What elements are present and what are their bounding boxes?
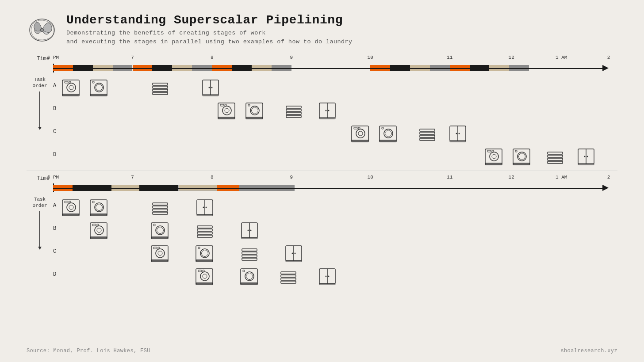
- task-row-label-A-bot: A: [53, 202, 61, 209]
- fold-B1-top: [284, 101, 304, 121]
- tick-7: 7: [131, 55, 134, 60]
- task-row-label-B-top: B: [53, 106, 61, 112]
- fold-C1-top: [417, 124, 437, 144]
- task-order-label-top: TaskOrder: [32, 76, 47, 89]
- dryer-A1-top: [89, 78, 109, 98]
- tick-12: 12: [509, 55, 514, 60]
- svg-point-22: [222, 106, 231, 115]
- fold-A1-top: [150, 78, 170, 98]
- tick-b-10: 10: [368, 175, 373, 180]
- svg-rect-146: [281, 275, 296, 277]
- task-order-label-bottom: TaskOrder: [32, 196, 47, 209]
- svg-rect-12: [153, 83, 168, 85]
- svg-point-99: [97, 228, 101, 232]
- svg-point-3: [67, 83, 76, 92]
- svg-point-118: [158, 251, 162, 255]
- svg-rect-82: [69, 201, 71, 203]
- tick-10: 10: [368, 55, 373, 60]
- svg-rect-71: [548, 158, 563, 160]
- svg-rect-107: [197, 226, 212, 228]
- svg-point-57: [459, 133, 460, 134]
- footer-source: Source: Monad, Prof. Lois Hawkes, FSU: [27, 348, 150, 354]
- svg-rect-143: [243, 270, 245, 272]
- header-text: Understanding Superscalar Pipelining Dem…: [66, 13, 352, 47]
- dryer-B1-top: [245, 101, 265, 121]
- svg-rect-29: [248, 104, 250, 106]
- washer-A1-top: [61, 78, 81, 98]
- closet-B-bot: [239, 221, 260, 241]
- svg-point-133: [295, 252, 296, 254]
- svg-rect-50: [420, 129, 435, 131]
- task-icons-A-bot: [61, 194, 617, 217]
- svg-rect-72: [548, 161, 563, 164]
- svg-rect-100: [92, 224, 96, 226]
- svg-rect-147: [281, 278, 296, 280]
- svg-rect-15: [153, 92, 168, 95]
- tick-2: 2: [607, 55, 610, 60]
- fold-A-bot: [150, 198, 170, 218]
- svg-rect-27: [246, 103, 263, 118]
- svg-rect-91: [153, 212, 168, 214]
- fold-C-bot: [239, 244, 260, 264]
- closet-D-bot: [317, 267, 337, 287]
- task-row-label-D-bot: D: [53, 271, 61, 278]
- shell-logo-icon: [27, 13, 58, 44]
- svg-rect-108: [197, 229, 212, 231]
- closet-C-bot: [284, 244, 304, 264]
- task-icons-A-top: [61, 74, 617, 97]
- svg-point-117: [156, 249, 165, 258]
- svg-rect-139: [203, 270, 204, 272]
- svg-rect-13: [153, 86, 168, 88]
- svg-rect-51: [420, 132, 435, 134]
- svg-point-80: [69, 205, 73, 210]
- svg-point-137: [203, 274, 207, 278]
- task-icons-C-top: [61, 120, 617, 143]
- task-section-bottom: TaskOrder A: [27, 194, 617, 286]
- svg-rect-138: [198, 270, 202, 272]
- fold-D1-top: [545, 147, 565, 167]
- svg-point-152: [328, 275, 329, 277]
- svg-point-136: [200, 272, 209, 281]
- svg-point-98: [95, 226, 104, 235]
- svg-point-18: [208, 87, 210, 88]
- task-row-label-C-top: C: [53, 129, 61, 135]
- svg-rect-86: [92, 201, 94, 203]
- task-icons-C-bot: [61, 240, 617, 263]
- section-divider: [27, 171, 617, 171]
- svg-rect-44: [358, 127, 360, 129]
- dryer-A-bot: [89, 198, 109, 218]
- tick-6pm: 6 PM: [47, 55, 59, 60]
- tasks-grid-bottom: A: [53, 194, 617, 286]
- tick-1am: 1 AM: [556, 55, 567, 60]
- washer-B-bot: [89, 221, 109, 241]
- svg-rect-129: [242, 258, 257, 260]
- svg-rect-127: [242, 252, 257, 254]
- svg-point-75: [584, 156, 585, 157]
- svg-rect-8: [90, 80, 107, 95]
- washer-C-bot: [150, 244, 170, 264]
- svg-rect-148: [281, 281, 296, 283]
- task-icons-B-top: [61, 97, 617, 120]
- task-row-label-D-top: D: [53, 152, 61, 158]
- svg-rect-89: [153, 206, 168, 208]
- page-container: Understanding Superscalar Pipelining Dem…: [0, 0, 644, 362]
- svg-rect-141: [241, 269, 257, 284]
- svg-rect-126: [242, 249, 257, 251]
- svg-rect-63: [492, 150, 494, 152]
- svg-point-1: [40, 28, 44, 32]
- svg-rect-69: [548, 152, 563, 154]
- tasks-grid-top: A: [53, 74, 617, 166]
- svg-point-56: [456, 133, 457, 134]
- svg-rect-124: [198, 247, 200, 249]
- closet-B1-top: [317, 101, 337, 121]
- tick-8: 8: [211, 55, 214, 60]
- closet-A1-top: [200, 78, 221, 98]
- closet-D1-top: [576, 147, 596, 167]
- svg-rect-52: [420, 135, 435, 137]
- svg-rect-128: [242, 255, 257, 257]
- washer-D-bot: [195, 267, 215, 287]
- svg-point-23: [225, 108, 229, 113]
- tick-b-9: 9: [290, 175, 293, 180]
- svg-point-19: [211, 87, 212, 88]
- svg-rect-48: [382, 127, 383, 129]
